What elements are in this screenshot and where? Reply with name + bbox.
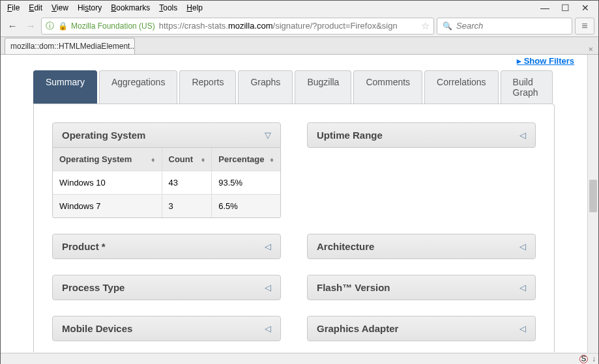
sort-icon: ♦ [151,156,155,163]
panel-title: Product * [62,241,106,252]
panel-product: Product * ◁ [52,234,281,259]
panel-header-flash-version[interactable]: Flash™ Version ◁ [307,275,536,300]
menu-view[interactable]: View [48,2,72,14]
url-text: https://crash-stats.mozilla.com/signatur… [159,21,398,31]
tab-bugzilla[interactable]: Bugzilla [295,70,351,104]
expand-icon: ◁ [265,283,271,292]
panel-header-architecture[interactable]: Architecture ◁ [307,234,536,259]
browser-tab-strip: mozilla::dom::HTMLMediaElement... × [1,37,598,55]
search-bar[interactable]: 🔍 [437,18,572,35]
panel-operating-system: Operating System ▽ Operating System♦ Cou… [52,122,281,218]
tab-correlations[interactable]: Correlations [424,70,498,104]
tab-title: mozilla::dom::HTMLMediaElement... [10,42,135,51]
minimize-icon[interactable]: — [540,3,549,13]
table-row: Windows 7 3 6.5% [53,194,280,217]
vertical-scrollbar[interactable] [587,55,598,352]
collapse-icon: ▽ [265,130,271,140]
expand-icon: ◁ [265,324,271,333]
noscript-icon[interactable]: S [579,355,588,363]
panel-title: Process Type [62,282,124,293]
tab-summary[interactable]: Summary [33,70,97,104]
tab-reports[interactable]: Reports [179,70,236,104]
panel-title: Mobile Devices [62,323,132,334]
tab-close-icon[interactable]: × [583,44,598,54]
bookmark-star-icon[interactable]: ☆ [421,20,430,32]
panel-graphics-adapter: Graphics Adapter ◁ [307,316,536,341]
tab-aggregations[interactable]: Aggregations [99,70,178,104]
sort-icon: ♦ [270,156,274,163]
status-bar: S ↓ [1,353,598,364]
col-percentage[interactable]: Percentage♦ [212,148,280,171]
nav-toolbar: ← → ⓘ 🔒 Mozilla Foundation (US) https://… [1,15,598,37]
panel-header-mobile-devices[interactable]: Mobile Devices ◁ [52,316,281,341]
menu-bookmarks[interactable]: Bookmarks [107,2,154,14]
menu-edit[interactable]: Edit [25,2,46,14]
tab-graphs[interactable]: Graphs [238,70,293,104]
forward-button[interactable]: → [23,18,38,34]
os-table: Operating System♦ Count♦ Percentage♦ Win… [52,148,281,218]
panel-title: Uptime Range [317,130,383,141]
page-tabs: Summary Aggregations Reports Graphs Bugz… [33,70,555,104]
menu-help[interactable]: Help [183,2,207,14]
hamburger-menu-button[interactable]: ≡ [575,18,594,35]
panel-title: Architecture [317,241,374,252]
expand-icon: ◁ [519,130,526,140]
menu-bar: File Edit View History Bookmarks Tools H… [1,1,598,15]
col-count[interactable]: Count♦ [162,148,212,171]
maximize-icon[interactable]: ☐ [561,3,570,13]
menu-file[interactable]: File [3,2,23,14]
menu-tools[interactable]: Tools [155,2,181,14]
scroll-thumb[interactable] [589,180,597,212]
search-icon: 🔍 [443,21,452,31]
identity-label: Mozilla Foundation (US) [71,21,155,31]
menu-history[interactable]: History [74,2,106,14]
browser-tab[interactable]: mozilla::dom::HTMLMediaElement... [5,38,135,54]
panel-header-process-type[interactable]: Process Type ◁ [52,275,281,300]
panel-flash-version: Flash™ Version ◁ [307,275,536,300]
show-filters-link[interactable]: Show Filters [517,56,574,66]
panel-header-graphics-adapter[interactable]: Graphics Adapter ◁ [307,316,536,341]
panel-title: Operating System [62,130,145,141]
panel-uptime-range: Uptime Range ◁ [307,122,536,218]
window-controls: — ☐ ✕ [540,3,596,13]
search-input[interactable] [456,21,566,31]
sort-icon: ♦ [201,156,205,163]
panel-header-operating-system[interactable]: Operating System ▽ [52,122,281,148]
info-icon[interactable]: ⓘ [46,20,54,32]
panel-title: Graphics Adapter [317,323,398,334]
url-bar[interactable]: ⓘ 🔒 Mozilla Foundation (US) https://cras… [41,18,434,35]
panel-header-product[interactable]: Product * ◁ [52,234,281,259]
expand-icon: ◁ [519,324,526,333]
panel-mobile-devices: Mobile Devices ◁ [52,316,281,341]
table-row: Windows 10 43 93.5% [53,171,280,194]
expand-icon: ◁ [519,283,526,292]
panel-header-uptime-range[interactable]: Uptime Range ◁ [307,122,536,148]
close-window-icon[interactable]: ✕ [581,3,589,13]
col-os[interactable]: Operating System♦ [53,148,162,171]
tab-build-graph[interactable]: Build Graph [501,70,553,104]
expand-icon: ◁ [265,242,271,251]
expand-icon: ◁ [519,242,526,251]
lock-icon: 🔒 [58,21,68,31]
panel-architecture: Architecture ◁ [307,234,536,259]
page-content: Show Filters Summary Aggregations Report… [1,55,587,352]
site-identity[interactable]: 🔒 Mozilla Foundation (US) [58,21,155,31]
download-arrow-icon[interactable]: ↓ [592,354,596,363]
tab-comments[interactable]: Comments [353,70,422,104]
panel-process-type: Process Type ◁ [52,275,281,300]
back-button[interactable]: ← [5,18,20,34]
panel-title: Flash™ Version [317,282,390,293]
